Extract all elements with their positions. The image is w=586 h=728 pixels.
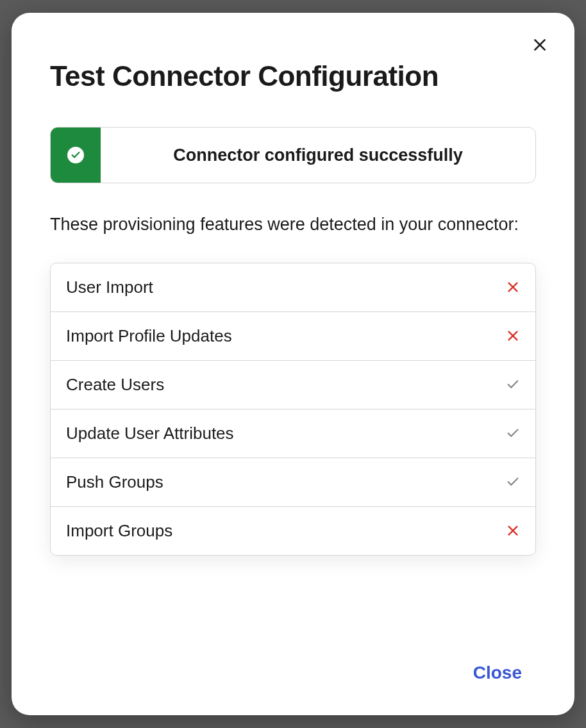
success-message: Connector configured successfully xyxy=(101,128,535,183)
check-circle-icon xyxy=(67,147,84,163)
modal-dialog: Test Connector Configuration Connector c… xyxy=(12,13,574,715)
modal-title: Test Connector Configuration xyxy=(50,60,536,92)
check-icon xyxy=(506,377,520,392)
feature-label: Import Profile Updates xyxy=(66,326,232,346)
feature-label: Update User Attributes xyxy=(66,424,234,443)
feature-label: Push Groups xyxy=(66,472,163,492)
close-icon xyxy=(532,37,548,53)
feature-list: User Import Import Profile Updates Creat… xyxy=(50,263,536,556)
modal-footer: Close xyxy=(463,658,532,688)
list-item: Push Groups xyxy=(51,458,535,507)
x-icon xyxy=(506,524,520,538)
feature-label: User Import xyxy=(66,277,153,297)
x-icon xyxy=(506,280,520,294)
check-icon xyxy=(506,426,520,440)
close-icon-button[interactable] xyxy=(528,33,551,56)
success-icon-area xyxy=(51,128,101,183)
feature-label: Import Groups xyxy=(66,521,172,541)
feature-label: Create Users xyxy=(66,375,164,395)
list-item: Import Profile Updates xyxy=(51,312,535,361)
list-item: Update User Attributes xyxy=(51,410,535,458)
list-item: Create Users xyxy=(51,361,535,410)
check-icon xyxy=(506,475,520,489)
list-item: User Import xyxy=(51,263,535,312)
x-icon xyxy=(506,329,520,343)
list-item: Import Groups xyxy=(51,507,535,555)
close-button[interactable]: Close xyxy=(463,658,532,688)
description-text: These provisioning features were detecte… xyxy=(50,210,536,240)
success-banner: Connector configured successfully xyxy=(50,127,536,183)
